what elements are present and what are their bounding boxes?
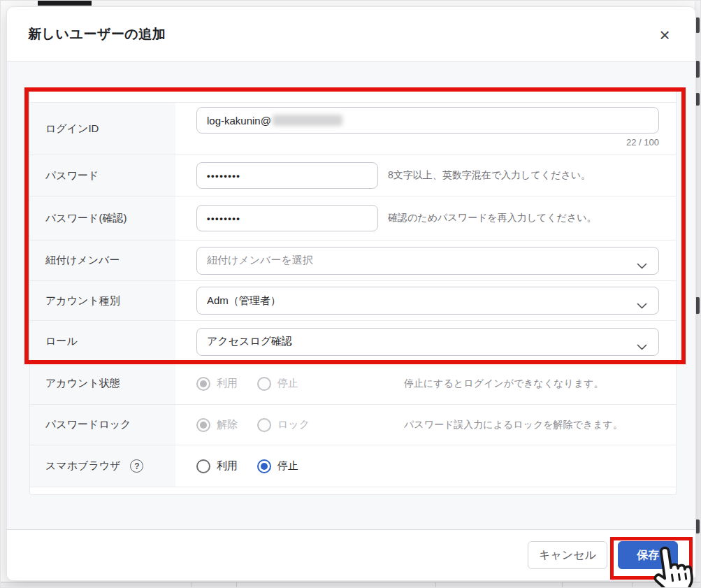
row-role: ロール アクセスログ確認 xyxy=(30,321,676,363)
user-form-panel: ログインID log-kakunin@ 22 / 100 パスワード •••••… xyxy=(29,87,677,495)
password-label: パスワード xyxy=(30,155,175,196)
role-value: アクセスログ確認 xyxy=(207,335,292,348)
smartphone-browser-label: スマホブラウザ ? xyxy=(30,445,175,487)
password-confirm-input[interactable]: •••••••• xyxy=(196,205,378,231)
divider xyxy=(435,582,436,588)
dialog-footer: キャンセル 保存 xyxy=(7,529,695,580)
radio-checked-icon[interactable] xyxy=(257,459,271,473)
dialog-body: ログインID log-kakunin@ 22 / 100 パスワード •••••… xyxy=(7,61,695,531)
password-input[interactable]: •••••••• xyxy=(196,162,378,189)
account-status-hint: 停止にするとログインができなくなります。 xyxy=(404,378,604,390)
password-confirm-label: パスワード(確認) xyxy=(30,196,175,240)
background-table-header xyxy=(1,582,701,588)
account-type-label: アカウント種別 xyxy=(30,281,175,320)
radio-checked-disabled-icon xyxy=(196,418,210,432)
login-id-value: log-kakunin@ xyxy=(207,115,271,127)
role-label: ロール xyxy=(30,321,175,362)
save-button[interactable]: 保存 xyxy=(618,541,678,569)
password-lock-radio-unlock: 解除 xyxy=(196,418,238,432)
smartphone-browser-radio-stop[interactable]: 停止 xyxy=(257,459,298,473)
background-page-fragment xyxy=(38,1,92,6)
account-type-value: Adm（管理者） xyxy=(207,294,281,308)
password-lock-radio-lock: ロック xyxy=(257,418,310,432)
password-confirm-value: •••••••• xyxy=(207,213,240,224)
row-account-status: アカウント状態 利用 停止 停止にするとログインができなくなります。 xyxy=(30,363,676,405)
divider xyxy=(191,582,191,588)
add-user-dialog: 新しいユーザーの追加 × ログインID log-kakunin@ 22 / 10… xyxy=(6,6,696,581)
password-hint: 8文字以上、英数字混在で入力してください。 xyxy=(388,169,591,182)
role-select[interactable]: アクセスログ確認 xyxy=(196,328,659,356)
login-id-input[interactable]: log-kakunin@ xyxy=(196,107,659,134)
radio-unchecked-icon[interactable] xyxy=(196,459,210,473)
account-status-label: アカウント状態 xyxy=(30,363,175,404)
password-confirm-hint: 確認のためパスワードを再入力してください。 xyxy=(388,212,597,224)
account-type-select[interactable]: Adm（管理者） xyxy=(196,287,659,315)
linked-member-select[interactable]: 紐付けメンバーを選択 xyxy=(196,247,659,275)
login-id-char-counter: 22 / 100 xyxy=(196,137,659,148)
password-lock-hint: パスワード誤入力によるロックを解除できます。 xyxy=(404,419,623,431)
linked-member-label: 紐付けメンバー xyxy=(30,241,175,280)
cancel-button[interactable]: キャンセル xyxy=(528,541,607,569)
dialog-header: 新しいユーザーの追加 × xyxy=(7,7,695,61)
help-icon[interactable]: ? xyxy=(130,459,143,473)
account-status-radio-stop: 停止 xyxy=(257,377,298,391)
row-password-confirm: パスワード(確認) •••••••• 確認のためパスワードを再入力してください。 xyxy=(30,196,676,241)
radio-checked-disabled-icon xyxy=(196,377,210,391)
close-icon[interactable]: × xyxy=(653,24,676,46)
linked-member-value: 紐付けメンバーを選択 xyxy=(207,254,313,267)
divider xyxy=(632,582,633,588)
panel-top-strip xyxy=(30,88,676,103)
radio-unchecked-disabled-icon xyxy=(257,418,271,432)
radio-unchecked-disabled-icon xyxy=(257,377,271,391)
row-account-type: アカウント種別 Adm（管理者） xyxy=(30,281,676,321)
chevron-down-icon xyxy=(637,299,647,311)
password-lock-label: パスワードロック xyxy=(30,405,175,445)
smartphone-browser-radio-use[interactable]: 利用 xyxy=(196,459,238,473)
chevron-down-icon xyxy=(637,340,647,352)
row-linked-member: 紐付けメンバー 紐付けメンバーを選択 xyxy=(30,241,676,281)
chevron-down-icon xyxy=(637,259,647,271)
row-smartphone-browser: スマホブラウザ ? 利用 停止 xyxy=(30,445,676,487)
password-value: •••••••• xyxy=(207,171,240,181)
row-login-id: ログインID log-kakunin@ 22 / 100 xyxy=(30,103,676,155)
row-password-lock: パスワードロック 解除 ロック パスワード誤入力によるロックを解除できます。 xyxy=(30,405,676,445)
row-password: パスワード •••••••• 8文字以上、英数字混在で入力してください。 xyxy=(30,155,676,196)
divider xyxy=(562,582,563,588)
account-status-radio-use: 利用 xyxy=(196,377,238,391)
divider xyxy=(236,582,237,588)
dialog-title: 新しいユーザーの追加 xyxy=(28,25,166,43)
panel-bottom-strip xyxy=(30,487,676,495)
login-id-label: ログインID xyxy=(30,103,175,155)
login-id-redacted-domain xyxy=(273,115,342,126)
